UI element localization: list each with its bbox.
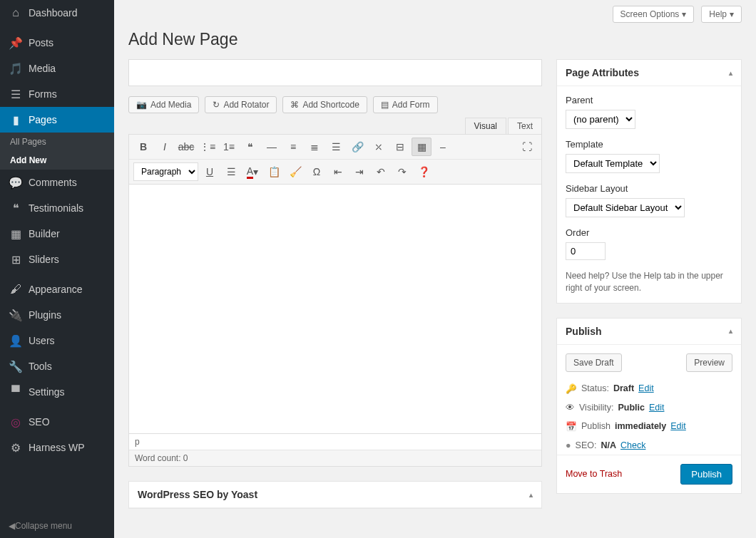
sidebar-item-settings[interactable]: ▀Settings	[0, 379, 114, 405]
toggle-toolbar-button[interactable]: ▦	[412, 138, 431, 156]
publish-edit-link[interactable]: Edit	[670, 421, 686, 431]
sidebar-item-builder[interactable]: ▦Builder	[0, 221, 114, 247]
page-title-input[interactable]	[128, 59, 542, 86]
add-form-button[interactable]: ▤Add Form	[373, 96, 438, 113]
chevron-up-icon: ▴	[529, 491, 533, 499]
dashboard-icon: ⌂	[9, 6, 23, 20]
sidebar-label: Builder	[29, 228, 60, 239]
fullscreen-button[interactable]: ⛶	[517, 138, 537, 156]
tab-visual[interactable]: Visual	[465, 118, 506, 134]
parent-select[interactable]: (no parent)	[566, 110, 635, 129]
sidebar-item-forms[interactable]: ☰Forms	[0, 81, 114, 107]
align-right-button[interactable]: ☰	[326, 138, 346, 156]
hr-button[interactable]: —	[262, 138, 282, 156]
move-to-trash-link[interactable]: Move to Trash	[566, 469, 622, 479]
seo-value: N/A	[601, 440, 616, 450]
redo-button[interactable]: ↷	[392, 162, 412, 181]
underline-button[interactable]: U	[200, 162, 220, 181]
format-select[interactable]: Paragraph	[133, 162, 198, 181]
quote-icon: ❝	[9, 201, 23, 215]
sidebar-item-appearance[interactable]: 🖌Appearance	[0, 276, 114, 302]
special-char-button[interactable]: Ω	[307, 162, 327, 181]
undo-button[interactable]: ↶	[371, 162, 391, 181]
visibility-value: Public	[618, 403, 645, 413]
publish-toggle[interactable]: Publish ▴	[557, 319, 741, 345]
template-label: Template	[566, 139, 732, 150]
text-color-button[interactable]: A▾	[242, 162, 262, 181]
sidebar-item-dashboard[interactable]: ⌂Dashboard	[0, 0, 114, 26]
add-shortcode-button[interactable]: ⌘Add Shortcode	[282, 96, 367, 113]
sidebar-item-posts[interactable]: 📌Posts	[0, 30, 114, 56]
save-draft-button[interactable]: Save Draft	[566, 353, 622, 372]
sidebar-item-users[interactable]: 👤Users	[0, 328, 114, 353]
sidebar-layout-label: Sidebar Layout	[566, 183, 732, 194]
tab-text[interactable]: Text	[508, 118, 542, 134]
sidebar-item-pages[interactable]: ▮Pages	[0, 107, 114, 133]
order-input[interactable]	[566, 242, 606, 260]
publish-button[interactable]: Publish	[680, 464, 732, 485]
sidebar-label: Harness WP	[29, 442, 85, 453]
indent-button[interactable]: ⇥	[349, 162, 369, 181]
blockquote-button[interactable]: ❝	[240, 138, 260, 156]
align-center-button[interactable]: ≣	[305, 138, 325, 156]
sidebar-item-sliders[interactable]: ⊞Sliders	[0, 247, 114, 272]
visibility-edit-link[interactable]: Edit	[649, 403, 665, 413]
sidebar-label: Testimonials	[29, 202, 83, 214]
bold-button[interactable]: B	[133, 138, 153, 156]
justify-button[interactable]: ☰	[221, 162, 241, 181]
help-button[interactable]: ❓	[414, 162, 434, 181]
unlink-button[interactable]: ⤫	[369, 138, 389, 156]
attributes-title: Page Attributes	[566, 67, 639, 78]
sidebar-item-seo[interactable]: ◎SEO	[0, 409, 114, 435]
yoast-seo-toggle[interactable]: WordPress SEO by Yoast ▴	[129, 482, 541, 508]
minus-button[interactable]: –	[433, 138, 453, 156]
admin-sidebar: ⌂Dashboard 📌Posts 🎵Media ☰Forms ▮Pages A…	[0, 0, 114, 538]
help-tab[interactable]: Help ▾	[701, 6, 742, 23]
sidebar-layout-select[interactable]: Default Sidebar Layout	[566, 198, 685, 217]
help-label: Help	[709, 9, 727, 19]
add-rotator-button[interactable]: ↻Add Rotator	[205, 96, 277, 113]
strike-button[interactable]: abc	[176, 138, 196, 156]
preview-button[interactable]: Preview	[686, 353, 732, 372]
number-list-button[interactable]: 1≡	[219, 138, 239, 156]
page-attributes-toggle[interactable]: Page Attributes ▴	[557, 60, 741, 86]
pin-icon: 📌	[9, 36, 23, 50]
clear-format-button[interactable]: 🧹	[285, 162, 305, 181]
paste-text-button[interactable]: 📋	[264, 162, 284, 181]
collapse-menu[interactable]: ◀Collapse menu	[0, 514, 114, 538]
key-icon: 🔑	[566, 383, 577, 394]
outdent-button[interactable]: ⇤	[328, 162, 348, 181]
sliders-icon: ⊞	[9, 252, 23, 267]
sidebar-item-tools[interactable]: 🔧Tools	[0, 353, 114, 379]
submenu-add-new[interactable]: Add New	[0, 151, 114, 170]
submenu-all-pages[interactable]: All Pages	[0, 133, 114, 151]
btn-label: Add Shortcode	[302, 100, 359, 110]
align-left-button[interactable]: ≡	[283, 138, 303, 156]
sidebar-item-media[interactable]: 🎵Media	[0, 56, 114, 81]
sidebar-item-plugins[interactable]: 🔌Plugins	[0, 302, 114, 328]
template-select[interactable]: Default Template	[566, 154, 660, 173]
sidebar-label: Media	[29, 63, 56, 74]
word-count: Word count: 0	[129, 450, 541, 466]
publish-metabox: Publish ▴ Save Draft Preview 🔑Status: Dr…	[556, 318, 742, 494]
sidebar-item-comments[interactable]: 💬Comments	[0, 170, 114, 195]
screen-options-tab[interactable]: Screen Options ▾	[613, 6, 695, 23]
parent-label: Parent	[566, 95, 732, 105]
sidebar-item-harness[interactable]: ⚙Harness WP	[0, 435, 114, 460]
editor-content[interactable]	[128, 185, 542, 434]
settings-icon: ▀	[9, 385, 23, 399]
bullet-list-button[interactable]: ⋮≡	[198, 138, 218, 156]
status-edit-link[interactable]: Edit	[638, 383, 654, 393]
camera-icon: 📷	[136, 100, 147, 110]
link-button[interactable]: 🔗	[347, 138, 367, 156]
more-button[interactable]: ⊟	[390, 138, 410, 156]
sidebar-label: Settings	[29, 386, 65, 398]
italic-button[interactable]: I	[155, 138, 175, 156]
screen-options-label: Screen Options	[620, 9, 680, 19]
yoast-title: WordPress SEO by Yoast	[138, 489, 257, 500]
gear-icon: ⚙	[9, 440, 23, 455]
seo-check-link[interactable]: Check	[620, 440, 645, 450]
sidebar-item-testimonials[interactable]: ❝Testimonials	[0, 195, 114, 221]
add-media-button[interactable]: 📷Add Media	[128, 96, 199, 113]
user-icon: 👤	[9, 333, 23, 348]
